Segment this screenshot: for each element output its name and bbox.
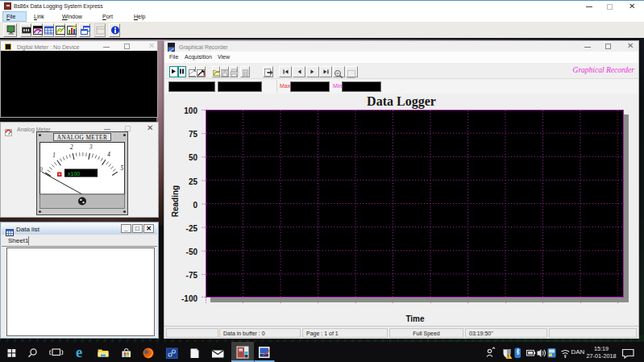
svg-text:1: 1: [52, 152, 56, 159]
svg-text:e: e: [76, 344, 82, 360]
svg-text:ANALOG METER: ANALOG METER: [57, 135, 108, 141]
svg-text:3: 3: [89, 144, 93, 151]
svg-text:x100: x100: [68, 171, 80, 177]
svg-text:5: 5: [121, 165, 124, 172]
svg-text:4: 4: [107, 152, 110, 158]
svg-text:2: 2: [70, 144, 73, 151]
